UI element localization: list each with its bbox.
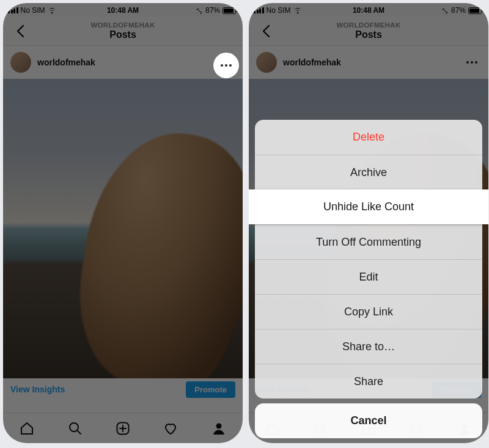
svg-point-2 — [216, 423, 221, 428]
svg-point-0 — [70, 423, 78, 431]
tab-profile[interactable] — [205, 415, 232, 442]
nav-supertitle: WORLDOFMEHAK — [90, 21, 155, 29]
nav-title: Posts — [336, 29, 400, 40]
back-button[interactable] — [254, 17, 278, 45]
promote-button[interactable]: Promote — [186, 381, 235, 398]
action-sheet-item[interactable]: Share to… — [255, 329, 482, 364]
tab-activity[interactable] — [157, 415, 184, 442]
avatar[interactable] — [10, 52, 31, 73]
nav-supertitle: WORLDOFMEHAK — [336, 21, 400, 29]
nav-bar: WORLDOFMEHAK Posts — [249, 17, 488, 46]
phone-right: No SIM 10:48 AM 87% WORLDOFMEHAK Posts — [249, 3, 488, 443]
post-header: worldofmehak — [3, 46, 243, 79]
clock-label: 10:48 AM — [3, 6, 243, 15]
post-photo[interactable] — [3, 79, 243, 378]
post-username[interactable]: worldofmehak — [283, 57, 341, 67]
nav-title: Posts — [90, 29, 155, 40]
action-sheet-item[interactable]: Edit — [255, 259, 482, 294]
more-button-highlight-icon — [213, 53, 239, 78]
post-username[interactable]: worldofmehak — [37, 57, 95, 67]
avatar[interactable] — [256, 52, 277, 73]
nav-bar: WORLDOFMEHAK Posts — [3, 17, 243, 46]
tab-bar — [3, 413, 243, 443]
action-sheet: DeleteArchiveUnhide Like CountTurn Off C… — [255, 120, 482, 438]
tab-home[interactable] — [13, 415, 40, 442]
view-insights-link[interactable]: View Insights — [10, 384, 65, 394]
action-sheet-item[interactable]: Archive — [255, 155, 482, 189]
action-sheet-item[interactable]: Delete — [255, 120, 482, 155]
post-more-button[interactable] — [463, 53, 481, 72]
action-sheet-highlight: Unhide Like Count — [249, 189, 488, 224]
phone-left: No SIM 10:48 AM 87% WORLDOFMEHAK Posts — [3, 3, 243, 443]
status-bar: No SIM 10:48 AM 87% — [3, 3, 243, 17]
tab-new-post[interactable] — [109, 415, 136, 442]
back-button[interactable] — [8, 17, 32, 45]
tab-search[interactable] — [62, 415, 89, 442]
action-sheet-item[interactable]: Copy Link — [255, 294, 482, 329]
status-bar: No SIM 10:48 AM 87% — [249, 3, 488, 17]
action-sheet-item[interactable]: Share — [255, 364, 482, 398]
action-sheet-group: DeleteArchiveUnhide Like CountTurn Off C… — [255, 120, 482, 398]
post-header: worldofmehak — [249, 46, 488, 79]
action-sheet-cancel[interactable]: Cancel — [255, 403, 482, 438]
action-sheet-item[interactable]: Turn Off Commenting — [255, 224, 482, 259]
insights-row: View Insights Promote — [3, 378, 243, 400]
clock-label: 10:48 AM — [249, 6, 488, 15]
